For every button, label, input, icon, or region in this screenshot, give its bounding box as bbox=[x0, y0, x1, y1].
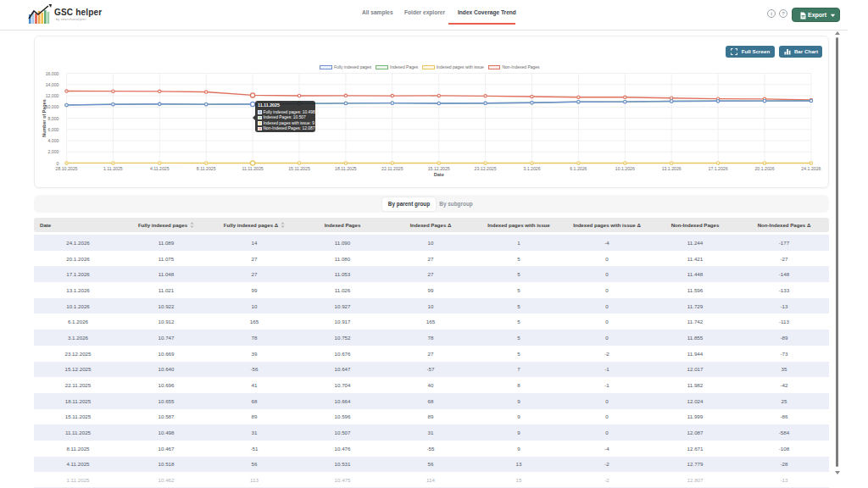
svg-text:1.11.2025: 1.11.2025 bbox=[103, 166, 123, 171]
svg-text:8.11.2025: 8.11.2025 bbox=[197, 166, 216, 171]
svg-text:16,000: 16,000 bbox=[46, 71, 59, 76]
svg-text:8,000: 8,000 bbox=[48, 116, 59, 121]
svg-text:4,000: 4,000 bbox=[48, 138, 59, 143]
svg-text:0: 0 bbox=[57, 161, 59, 166]
svg-text:Number of Pages: Number of Pages bbox=[42, 99, 47, 136]
svg-text:28.10.2025: 28.10.2025 bbox=[56, 166, 78, 171]
svg-text:18.11.2025: 18.11.2025 bbox=[335, 166, 357, 171]
svg-text:20.1.2026: 20.1.2026 bbox=[754, 166, 774, 171]
svg-text:15.11.2025: 15.11.2025 bbox=[288, 166, 310, 171]
svg-text:22.11.2025: 22.11.2025 bbox=[381, 166, 403, 171]
svg-text:4.11.2025: 4.11.2025 bbox=[150, 166, 170, 171]
svg-text:6.1.2026: 6.1.2026 bbox=[570, 166, 587, 171]
svg-text:Date: Date bbox=[434, 172, 444, 177]
svg-text:23.12.2025: 23.12.2025 bbox=[475, 166, 497, 171]
svg-text:10.1.2026: 10.1.2026 bbox=[615, 166, 635, 171]
svg-text:24.1.2026: 24.1.2026 bbox=[801, 166, 821, 171]
svg-text:15.12.2025: 15.12.2025 bbox=[428, 166, 450, 171]
svg-text:14,000: 14,000 bbox=[46, 82, 59, 87]
svg-text:6,000: 6,000 bbox=[48, 127, 59, 132]
svg-text:2,000: 2,000 bbox=[48, 149, 59, 154]
svg-text:11.11.2025: 11.11.2025 bbox=[242, 166, 263, 171]
svg-text:17.1.2026: 17.1.2026 bbox=[709, 166, 728, 171]
svg-text:3.1.2026: 3.1.2026 bbox=[523, 166, 540, 171]
svg-text:13.1.2026: 13.1.2026 bbox=[662, 166, 682, 171]
svg-text:10,000: 10,000 bbox=[46, 104, 59, 109]
svg-text:12,000: 12,000 bbox=[46, 93, 59, 98]
